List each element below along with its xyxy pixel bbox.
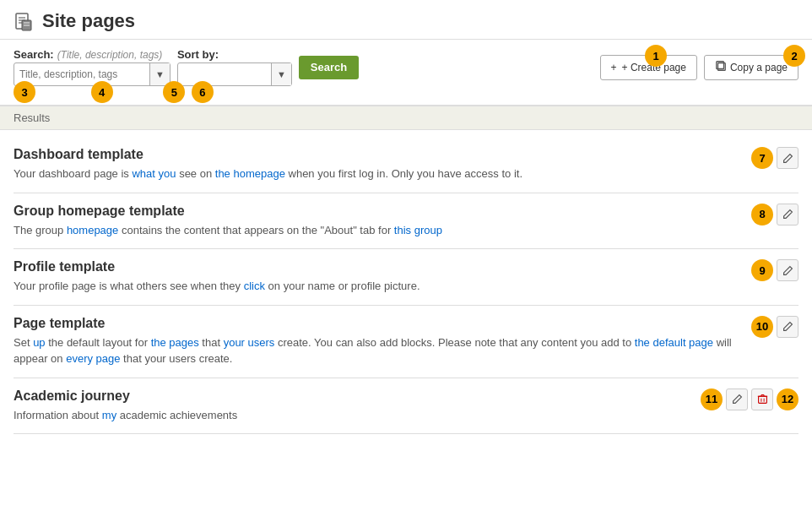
result-actions: 8 bbox=[751, 204, 798, 225]
sort-label: Sort by: bbox=[177, 48, 219, 61]
search-input[interactable] bbox=[14, 66, 149, 83]
search-dropdown-arrow[interactable]: ▼ bbox=[149, 63, 170, 85]
link-text: every page bbox=[66, 352, 120, 365]
link-text: click bbox=[244, 280, 265, 292]
badge-7: 7 bbox=[751, 147, 773, 169]
result-title: Group homepage template bbox=[14, 204, 741, 219]
search-button[interactable]: Search bbox=[299, 56, 359, 79]
create-page-button[interactable]: + + Create page bbox=[600, 55, 697, 80]
link-text: my bbox=[102, 409, 116, 421]
link-text: the pages bbox=[151, 336, 199, 349]
toolbar: Search: (Title, description, tags) ▼ Sor… bbox=[0, 40, 812, 106]
badge-8: 8 bbox=[751, 204, 773, 225]
result-desc: The group homepage contains the content … bbox=[14, 222, 741, 239]
result-desc: Your dashboard page is what you see on t… bbox=[14, 166, 741, 182]
link-text: the homepage bbox=[215, 167, 285, 180]
delete-button[interactable] bbox=[751, 388, 773, 410]
result-item-content: Academic journey Information about my ac… bbox=[14, 388, 690, 424]
result-actions: 7 bbox=[751, 147, 798, 169]
toolbar-right: + + Create page Copy a page bbox=[600, 55, 798, 80]
sort-dropdown-arrow[interactable]: ▼ bbox=[271, 63, 291, 85]
link-text: homepage bbox=[67, 224, 118, 236]
table-row: Dashboard template Your dashboard page i… bbox=[14, 137, 798, 193]
table-row: Academic journey Information about my ac… bbox=[14, 378, 798, 435]
table-row: Page template Set up the default layout … bbox=[14, 306, 798, 378]
result-title: Academic journey bbox=[14, 388, 690, 404]
link-text: your users bbox=[224, 336, 275, 349]
link-text: this group bbox=[394, 224, 442, 236]
result-desc: Your profile page is what others see whe… bbox=[14, 278, 741, 295]
result-title: Profile template bbox=[14, 259, 741, 274]
link-text: up bbox=[33, 336, 45, 349]
page-header: Site pages bbox=[0, 0, 812, 40]
result-item-content: Dashboard template Your dashboard page i… bbox=[14, 147, 741, 182]
plus-icon: + bbox=[611, 62, 617, 73]
result-actions: 11 12 bbox=[701, 388, 798, 410]
edit-button[interactable] bbox=[777, 147, 798, 169]
edit-button[interactable] bbox=[777, 259, 798, 281]
copy-page-button[interactable]: Copy a page bbox=[704, 55, 798, 80]
copy-page-label: Copy a page bbox=[730, 62, 788, 73]
sort-select[interactable]: Title Date bbox=[178, 66, 271, 83]
copy-icon bbox=[715, 60, 727, 74]
result-title: Page template bbox=[14, 316, 741, 331]
result-actions: 9 bbox=[751, 259, 798, 281]
link-text: what you bbox=[132, 167, 176, 180]
search-label: Search: bbox=[14, 48, 54, 61]
results-list: Dashboard template Your dashboard page i… bbox=[0, 130, 812, 434]
results-header: Results bbox=[0, 106, 812, 130]
result-item-content: Page template Set up the default layout … bbox=[14, 316, 741, 367]
table-row: Profile template Your profile page is wh… bbox=[14, 249, 798, 306]
table-row: Group homepage template The group homepa… bbox=[14, 193, 798, 250]
search-hint: (Title, description, tags) bbox=[57, 49, 163, 61]
svg-rect-9 bbox=[758, 396, 766, 403]
create-page-label: + Create page bbox=[622, 62, 686, 73]
page-title: Site pages bbox=[42, 10, 135, 32]
result-title: Dashboard template bbox=[14, 147, 741, 162]
search-input-wrapper: ▼ bbox=[14, 62, 171, 86]
edit-button[interactable] bbox=[777, 204, 798, 225]
badge-9: 9 bbox=[751, 259, 773, 281]
site-pages-icon bbox=[14, 10, 34, 32]
results-label: Results bbox=[14, 108, 50, 128]
edit-button[interactable] bbox=[777, 316, 798, 338]
badge-10: 10 bbox=[751, 316, 773, 338]
link-text: the default page bbox=[635, 336, 713, 349]
result-actions: 10 bbox=[751, 316, 798, 338]
edit-button[interactable] bbox=[726, 388, 748, 410]
badge-12: 12 bbox=[777, 388, 798, 410]
toolbar-left: Search: (Title, description, tags) ▼ Sor… bbox=[14, 48, 359, 86]
result-item-content: Profile template Your profile page is wh… bbox=[14, 259, 741, 295]
result-desc: Set up the default layout for the pages … bbox=[14, 334, 741, 367]
result-desc: Information about my academic achievemen… bbox=[14, 407, 690, 424]
sort-select-wrapper: Title Date ▼ bbox=[177, 62, 292, 86]
result-item-content: Group homepage template The group homepa… bbox=[14, 204, 741, 239]
badge-11: 11 bbox=[701, 388, 723, 410]
